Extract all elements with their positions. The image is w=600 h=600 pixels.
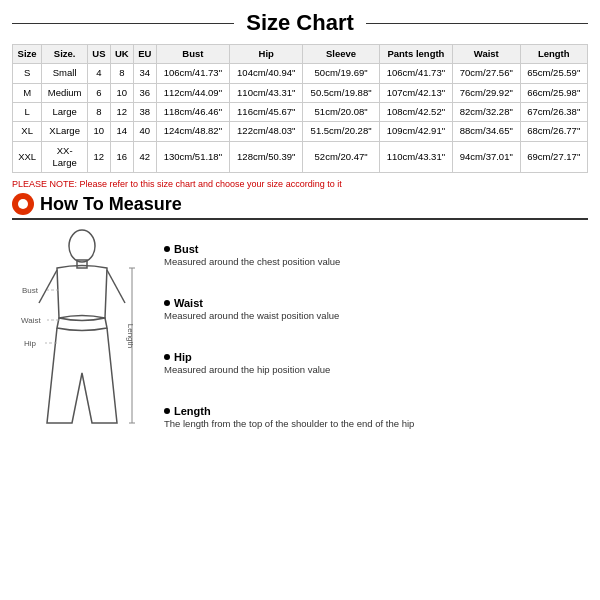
table-cell: 40: [134, 122, 157, 141]
how-title-row: How To Measure: [12, 193, 588, 220]
table-cell: 12: [110, 103, 133, 122]
svg-point-0: [69, 230, 95, 262]
table-cell: 14: [110, 122, 133, 141]
col-size-abbr: Size: [13, 45, 42, 64]
table-cell: 50.5cm/19.88": [303, 83, 379, 102]
table-cell: 36: [134, 83, 157, 102]
title-line-left: [12, 23, 234, 24]
measure-item-header: Waist: [164, 297, 588, 309]
table-cell: 51cm/20.08": [303, 103, 379, 122]
table-row: LLarge81238118cm/46.46"116cm/45.67"51cm/…: [13, 103, 588, 122]
note-text: PLEASE NOTE: Please refer to this size c…: [12, 179, 588, 189]
measure-item: BustMeasured around the chest position v…: [164, 243, 588, 268]
how-icon-inner: [18, 199, 28, 209]
col-hip: Hip: [230, 45, 303, 64]
table-cell: XX- Large: [42, 141, 88, 173]
col-waist: Waist: [453, 45, 520, 64]
table-cell: Large: [42, 103, 88, 122]
measure-item-header: Hip: [164, 351, 588, 363]
col-pants-length: Pants length: [379, 45, 452, 64]
measure-item: WaistMeasured around the waist position …: [164, 297, 588, 322]
size-chart-table: Size Size. US UK EU Bust Hip Sleeve Pant…: [12, 44, 588, 173]
table-cell: 67cm/26.38": [520, 103, 588, 122]
measure-item-title: Waist: [174, 297, 203, 309]
table-row: XLXLarge101440124cm/48.82"122cm/48.03"51…: [13, 122, 588, 141]
bullet-icon: [164, 300, 170, 306]
measure-item-desc: Measured around the chest position value: [164, 255, 588, 268]
table-cell: Medium: [42, 83, 88, 102]
table-cell: 16: [110, 141, 133, 173]
table-cell: 107cm/42.13": [379, 83, 452, 102]
measure-item: HipMeasured around the hip position valu…: [164, 351, 588, 376]
table-row: MMedium61036112cm/44.09"110cm/43.31"50.5…: [13, 83, 588, 102]
table-cell: Small: [42, 64, 88, 83]
body-figure-svg: Bust Waist Hip Length: [17, 228, 147, 448]
svg-text:Length: Length: [126, 324, 135, 348]
svg-text:Waist: Waist: [21, 316, 41, 325]
table-cell: 8: [88, 103, 111, 122]
table-cell: XXL: [13, 141, 42, 173]
table-cell: 12: [88, 141, 111, 173]
col-sleeve: Sleeve: [303, 45, 379, 64]
col-size-name: Size.: [42, 45, 88, 64]
bullet-icon: [164, 246, 170, 252]
table-cell: 130cm/51.18": [156, 141, 229, 173]
table-cell: S: [13, 64, 42, 83]
measure-item-header: Bust: [164, 243, 588, 255]
table-cell: 42: [134, 141, 157, 173]
table-cell: 94cm/37.01": [453, 141, 520, 173]
table-cell: 76cm/29.92": [453, 83, 520, 102]
title-row: Size Chart: [12, 10, 588, 36]
table-header-row: Size Size. US UK EU Bust Hip Sleeve Pant…: [13, 45, 588, 64]
table-cell: 10: [110, 83, 133, 102]
table-cell: 128cm/50.39": [230, 141, 303, 173]
table-cell: 52cm/20.47": [303, 141, 379, 173]
table-cell: 38: [134, 103, 157, 122]
table-cell: 4: [88, 64, 111, 83]
table-cell: 69cm/27.17": [520, 141, 588, 173]
table-cell: 116cm/45.67": [230, 103, 303, 122]
bullet-icon: [164, 354, 170, 360]
table-cell: 8: [110, 64, 133, 83]
table-cell: 124cm/48.82": [156, 122, 229, 141]
table-cell: 68cm/26.77": [520, 122, 588, 141]
table-cell: 106cm/41.73": [156, 64, 229, 83]
table-cell: 108cm/42.52": [379, 103, 452, 122]
table-cell: 82cm/32.28": [453, 103, 520, 122]
svg-text:Bust: Bust: [22, 286, 39, 295]
table-row: SSmall4834106cm/41.73"104cm/40.94"50cm/1…: [13, 64, 588, 83]
col-us: US: [88, 45, 111, 64]
how-to-measure-section: How To Measure: [12, 193, 588, 448]
table-cell: 122cm/48.03": [230, 122, 303, 141]
table-row: XXLXX- Large121642130cm/51.18"128cm/50.3…: [13, 141, 588, 173]
table-cell: 88cm/34.65": [453, 122, 520, 141]
how-content: Bust Waist Hip Length BustMeasured aroun…: [12, 228, 588, 448]
table-cell: 51.5cm/20.28": [303, 122, 379, 141]
measure-item-desc: The length from the top of the shoulder …: [164, 417, 588, 430]
table-cell: XL: [13, 122, 42, 141]
col-length: Length: [520, 45, 588, 64]
table-cell: 109cm/42.91": [379, 122, 452, 141]
page: Size Chart Size Size. US UK EU Bust Hip …: [0, 0, 600, 600]
table-cell: 112cm/44.09": [156, 83, 229, 102]
measure-item-desc: Measured around the hip position value: [164, 363, 588, 376]
table-cell: 66cm/25.98": [520, 83, 588, 102]
table-cell: M: [13, 83, 42, 102]
measure-item-title: Length: [174, 405, 211, 417]
table-cell: 65cm/25.59": [520, 64, 588, 83]
measure-item: LengthThe length from the top of the sho…: [164, 405, 588, 430]
table-cell: L: [13, 103, 42, 122]
figure-area: Bust Waist Hip Length: [12, 228, 152, 448]
bullet-icon: [164, 408, 170, 414]
title-line-right: [366, 23, 588, 24]
page-title: Size Chart: [234, 10, 366, 36]
table-cell: XLarge: [42, 122, 88, 141]
table-cell: 110cm/43.31": [230, 83, 303, 102]
table-cell: 106cm/41.73": [379, 64, 452, 83]
table-cell: 34: [134, 64, 157, 83]
measure-item-title: Hip: [174, 351, 192, 363]
how-title: How To Measure: [40, 194, 182, 215]
measure-item-desc: Measured around the waist position value: [164, 309, 588, 322]
svg-text:Hip: Hip: [24, 339, 37, 348]
measure-item-header: Length: [164, 405, 588, 417]
